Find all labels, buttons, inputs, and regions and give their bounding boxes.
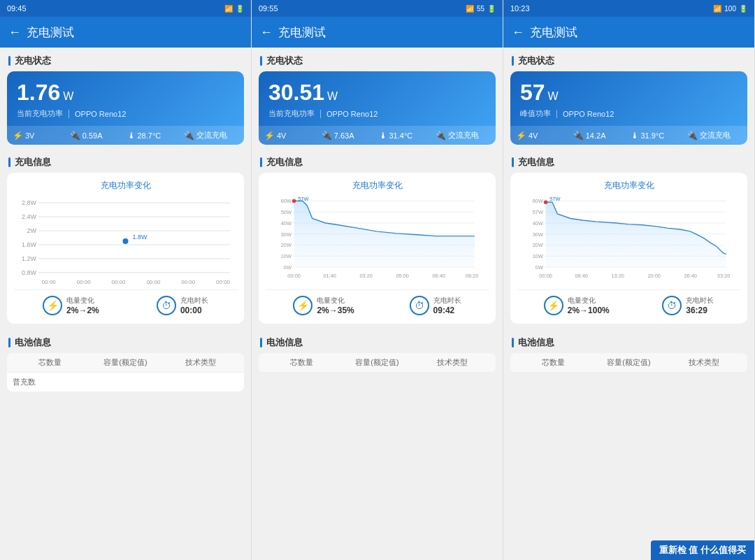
stats-row-1: ⚡ 电量变化 2%→2% ⏱ 充电时长 00:00 [14,289,237,317]
temp-value-1: 28.7°C [138,131,161,140]
battery-icon-3: 🔋 [739,5,747,13]
metric-temp-1: 🌡 28.7°C [127,130,182,141]
svg-text:2W: 2W [27,227,36,234]
svg-text:20:00: 20:00 [647,273,661,279]
svg-text:2.4W: 2.4W [22,213,36,220]
type-value-1: 交流充电 [196,130,227,141]
temp-value-3: 31.9°C [641,131,665,140]
charge-status-card-2: 30.51 W 当前充电功率 OPPO Reno12 ⚡ 4V 🔌 7.63A … [259,71,496,145]
ampere-icon-3: 🔌 [573,131,584,141]
svg-text:1.8W: 1.8W [132,234,147,240]
svg-text:60W: 60W [281,198,292,204]
temp-icon-2: 🌡 [379,131,387,141]
svg-point-12 [123,238,129,244]
energy-icon-3: ⚡ [544,296,563,315]
energy-text-2: 电量变化 2%→35% [317,296,354,315]
battery-info-label-3: 电池信息 [503,329,754,353]
svg-text:00:00: 00:00 [146,279,161,285]
wifi-icon-3: 📶 [713,5,721,13]
svg-text:40W: 40W [281,220,292,227]
power-label-row-3: 峰值功率 OPPO Reno12 [510,108,747,126]
ampere-value-1: 0.59A [82,131,103,140]
chart-title-2: 充电功率变化 [266,180,489,192]
svg-text:03:20: 03:20 [359,273,373,279]
time-value-2: 09:42 [433,306,461,315]
voltage-icon-3: ⚡ [516,131,526,141]
metric-type-2: 🔌 交流充电 [436,130,490,141]
svg-text:1.2W: 1.2W [22,255,36,262]
power-unit-1: W [63,90,73,103]
time-label-3: 充电时长 [686,296,714,306]
charge-info-label-1: 充电信息 [0,149,251,173]
metrics-row-3: ⚡ 4V 🔌 14.2A 🌡 31.9°C 🔌 交流充电 [510,126,747,145]
svg-text:30W: 30W [281,231,292,238]
metrics-row-2: ⚡ 4V 🔌 7.63A 🌡 31.4°C 🔌 交流充电 [259,126,496,145]
info-card-3: 充电功率变化 60W 57W 40W 30W 20W [510,173,747,324]
back-button-3[interactable]: ← [512,25,524,40]
time-stat-2: ⏱ 充电时长 09:42 [410,296,461,315]
device-name-3: OPPO Reno12 [563,110,614,118]
battery-row-1: 普充数 [7,373,244,392]
svg-text:20W: 20W [281,242,292,248]
metric-temp-2: 🌡 31.4°C [379,130,433,141]
ampere-value-2: 7.63A [334,131,354,140]
battery-section-3: 芯数量 容量(额定值) 技术类型 [503,353,754,377]
info-card-1: 充电功率变化 2.8W 2.4W 2W 1.6W 1.2W 0.8W [7,173,244,324]
svg-text:30W: 30W [533,231,543,238]
power-value-2: 30.51 [268,80,324,106]
energy-stat-2: ⚡ 电量变化 2%→35% [293,296,354,315]
svg-text:0.8W: 0.8W [22,269,36,276]
power-unit-2: W [327,90,338,103]
svg-text:06:40: 06:40 [432,273,445,279]
time-3: 10:23 [510,4,530,13]
battery-col3-3: 技术类型 [666,357,742,368]
battery-col2-3: 容量(额定值) [591,357,667,368]
charge-info-label-3: 充电信息 [503,149,754,173]
energy-icon-1: ⚡ [43,296,62,315]
battery-col3-1: 技术类型 [163,357,238,368]
time-2: 09:55 [259,4,278,13]
time-stat-1: ⏱ 充电时长 00:00 [157,296,208,315]
metric-voltage-3: ⚡ 4V [516,130,570,141]
svg-text:10W: 10W [281,253,292,259]
page-title-1: 充电测试 [27,24,74,41]
svg-text:00:00: 00:00 [287,273,301,279]
top-bar-2: ← 充电测试 [252,17,503,48]
time-icon-3: ⏱ [662,296,682,315]
time-text-3: 充电时长 36:29 [686,296,714,315]
page-title-3: 充电测试 [530,24,577,41]
device-name-1: OPPO Reno12 [75,110,126,118]
chart-2: 60W 50W 40W 30W 20W 10W 0W 57W [266,196,489,287]
energy-label-3: 电量变化 [568,296,610,306]
svg-text:00:00: 00:00 [112,279,127,285]
power-label-1: 当前充电功率 [17,108,63,119]
chart-3: 60W 57W 40W 30W 20W 10W 0W 57W [517,196,740,287]
energy-stat-3: ⚡ 电量变化 2%→100% [544,296,610,315]
svg-text:00:00: 00:00 [539,273,552,279]
battery-icon-1: 🔋 [236,5,244,13]
energy-value-2: 2%→35% [317,306,354,315]
battery-col1-3: 芯数量 [516,357,591,368]
back-button-2[interactable]: ← [260,25,273,40]
energy-text-3: 电量变化 2%→100% [568,296,610,315]
power-value-3: 57 [520,80,545,106]
power-row-3: 57 W [510,71,747,108]
time-stat-3: ⏱ 充电时长 36:29 [662,296,714,315]
battery-table-2: 芯数量 容量(额定值) 技术类型 [259,353,496,373]
stats-row-3: ⚡ 电量变化 2%→100% ⏱ 充电时长 36:29 [517,289,740,317]
svg-text:08:20: 08:20 [466,273,479,279]
svg-text:05:00: 05:00 [396,273,409,279]
status-icons-1: 📶 🔋 [224,5,244,13]
svg-text:40W: 40W [533,220,543,227]
charge-status-label-1: 充电状态 [0,48,251,71]
battery-col2-1: 容量(额定值) [88,357,164,368]
time-label-2: 充电时长 [433,296,461,306]
back-button-1[interactable]: ← [8,25,21,40]
battery-info-label-1: 电池信息 [0,329,251,353]
battery-level-2: 55 [477,5,484,13]
charge-status-card-3: 57 W 峰值功率 OPPO Reno12 ⚡ 4V 🔌 14.2A 🌡 [510,71,747,145]
stats-row-2: ⚡ 电量变化 2%→35% ⏱ 充电时长 09:42 [266,289,489,317]
top-bar-1: ← 充电测试 [0,17,251,48]
power-label-row-1: 当前充电功率 OPPO Reno12 [7,108,244,126]
voltage-value-2: 4V [277,131,286,140]
